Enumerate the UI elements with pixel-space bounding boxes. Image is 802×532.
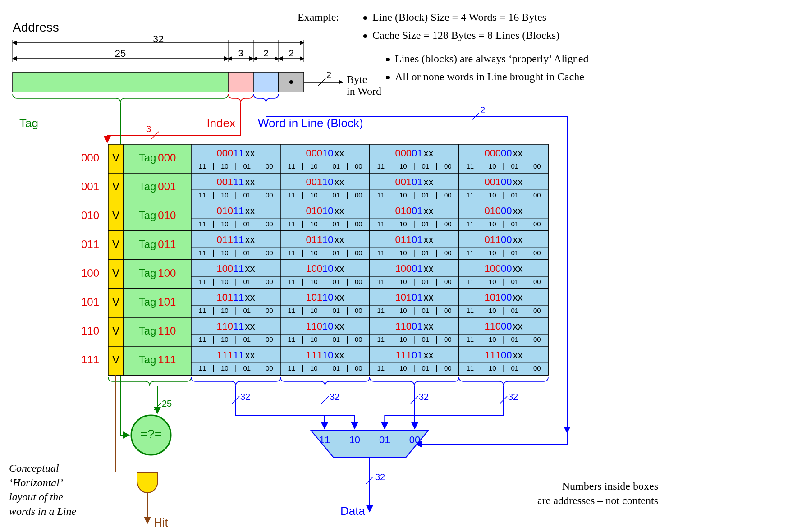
- svg-text:00: 00: [533, 278, 541, 285]
- svg-text:00: 00: [355, 191, 362, 199]
- word-addr: 10010xx: [306, 263, 344, 274]
- svg-text:01: 01: [243, 191, 251, 199]
- word-addr: 00100xx: [484, 176, 522, 188]
- svg-text:01: 01: [422, 278, 429, 285]
- v-cell: V: [112, 296, 119, 308]
- svg-text:00: 00: [444, 220, 452, 228]
- svg-text:25: 25: [162, 399, 172, 408]
- svg-text:01: 01: [422, 307, 429, 314]
- v-cell: V: [112, 151, 119, 164]
- v-cell: V: [112, 238, 119, 250]
- svg-text:01: 01: [511, 220, 518, 228]
- svg-text:11: 11: [288, 249, 295, 257]
- svg-text:11: 11: [466, 278, 474, 285]
- svg-text:00: 00: [444, 249, 452, 257]
- svg-text:01: 01: [243, 278, 251, 285]
- dim-32-label: 32: [153, 33, 164, 45]
- byte-label-2: in Word: [347, 85, 381, 97]
- svg-text:10: 10: [489, 191, 496, 199]
- svg-text:11: 11: [198, 307, 206, 314]
- : [124, 317, 191, 346]
- svg-text:11: 11: [377, 335, 385, 343]
- svg-text:01: 01: [332, 220, 340, 228]
- word-addr: 01000xx: [484, 205, 522, 216]
- svg-text:00: 00: [266, 364, 273, 372]
- example-title: Example:: [298, 11, 339, 23]
- svg-text:11: 11: [377, 220, 385, 228]
- row-index-101: 101: [81, 296, 99, 308]
- svg-text:01: 01: [422, 364, 429, 372]
- svg-text:10: 10: [221, 278, 229, 285]
- svg-text:11: 11: [288, 191, 295, 199]
- svg-text:00: 00: [355, 278, 362, 285]
- svg-text:01: 01: [511, 191, 518, 199]
- svg-text:10: 10: [310, 162, 318, 170]
- svg-text:01: 01: [511, 278, 518, 285]
- svg-text:11: 11: [198, 335, 206, 343]
- dim-25-label: 25: [115, 48, 126, 59]
- example-b2: Cache Size = 128 Bytes = 8 Lines (Blocks…: [372, 29, 559, 41]
- tag-label: Tag: [19, 116, 38, 130]
- svg-text:00: 00: [533, 307, 541, 314]
- svg-text:11: 11: [198, 278, 206, 285]
- svg-text:11: 11: [466, 162, 474, 170]
- svg-point-17: [386, 58, 390, 61]
- svg-text:10: 10: [221, 364, 229, 372]
- svg-text:00: 00: [444, 162, 452, 170]
- svg-text:10: 10: [310, 278, 318, 285]
- svg-text:01: 01: [332, 191, 340, 199]
- svg-text:11: 11: [288, 278, 295, 285]
- example-b4: All or none words in Line brought in Cac…: [395, 71, 584, 83]
- svg-point-12: [289, 80, 293, 84]
- svg-text:10: 10: [310, 220, 318, 228]
- svg-text:00: 00: [444, 335, 452, 343]
- svg-text:01: 01: [243, 307, 251, 314]
- example-b1: Line (Block) Size = 4 Words = 16 Bytes: [372, 11, 546, 23]
- word-addr: 01110xx: [306, 234, 344, 245]
- word-addr: 01001xx: [395, 205, 433, 216]
- : [124, 231, 191, 260]
- svg-text:32: 32: [330, 392, 339, 402]
- word-addr: 11011xx: [216, 321, 255, 332]
- svg-text:10: 10: [349, 434, 360, 445]
- svg-text:01: 01: [379, 434, 390, 445]
- svg-text:00: 00: [355, 364, 362, 372]
- svg-point-16: [363, 34, 367, 38]
- svg-text:11: 11: [466, 220, 474, 228]
- svg-text:10: 10: [310, 249, 318, 257]
- svg-text:10: 10: [310, 364, 318, 372]
- svg-text:01: 01: [332, 162, 340, 170]
- svg-text:10: 10: [489, 220, 496, 228]
- svg-text:10: 10: [310, 191, 318, 199]
- svg-text:00: 00: [266, 307, 273, 314]
- svg-text:01: 01: [511, 307, 518, 314]
- word-addr: 00010xx: [306, 147, 344, 159]
- svg-text:32: 32: [240, 392, 250, 402]
- word-addr: 11110xx: [306, 349, 344, 361]
- svg-text:10: 10: [221, 220, 229, 228]
- svg-text:10: 10: [399, 220, 407, 228]
- : [124, 346, 191, 375]
- svg-text:11: 11: [198, 220, 206, 228]
- svg-text:2: 2: [326, 70, 331, 80]
- : [124, 173, 191, 202]
- svg-text:00: 00: [266, 249, 273, 257]
- svg-text:10: 10: [489, 278, 496, 285]
- row-index-010: 010: [81, 209, 99, 221]
- svg-text:00: 00: [266, 191, 273, 199]
- svg-text:3: 3: [146, 124, 151, 134]
- svg-text:11: 11: [377, 364, 385, 372]
- svg-text:11: 11: [288, 220, 295, 228]
- row-index-011: 011: [81, 238, 99, 250]
- word-addr: 10101xx: [395, 292, 433, 303]
- svg-point-18: [386, 76, 390, 79]
- data-label: Data: [340, 504, 365, 518]
- svg-text:10: 10: [221, 307, 229, 314]
- svg-text:3: 3: [238, 48, 243, 58]
- word-addr: 10000xx: [484, 263, 522, 274]
- svg-text:11: 11: [466, 249, 474, 257]
- svg-text:01: 01: [332, 364, 340, 372]
- svg-text:00: 00: [266, 162, 273, 170]
- svg-text:11: 11: [377, 249, 385, 257]
- word-addr: 10011xx: [216, 263, 255, 274]
